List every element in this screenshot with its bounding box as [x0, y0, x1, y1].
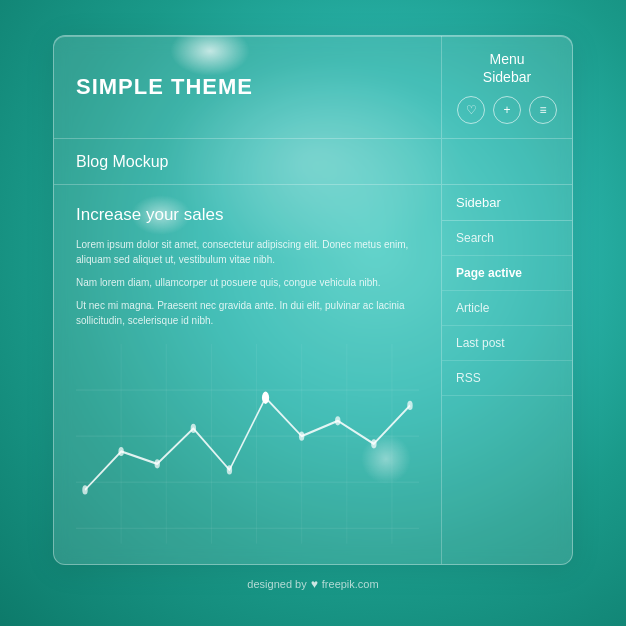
chart-svg — [76, 344, 419, 544]
sidebar-item-page-active[interactable]: Page active — [442, 256, 572, 291]
svg-point-15 — [227, 466, 232, 475]
header-menu-area: MenuSidebar ♡ + ≡ — [442, 36, 572, 138]
header-title-area: SIMPLE THEME — [54, 36, 442, 138]
svg-point-14 — [191, 424, 196, 433]
sidebar-item-rss[interactable]: RSS — [442, 361, 572, 396]
header-row: SIMPLE THEME MenuSidebar ♡ + ≡ — [54, 36, 572, 139]
subheader-sidebar-area — [442, 139, 572, 184]
footer-text: designed by — [247, 578, 306, 590]
main-content: Increase your sales Lorem ipsum dolor si… — [54, 185, 442, 564]
sidebar: Sidebar Search Page active Article Last … — [442, 185, 572, 564]
sidebar-heading: Sidebar — [442, 185, 572, 221]
footer-heart-icon: ♥ — [311, 577, 318, 591]
blog-label-area: Blog Mockup — [54, 139, 442, 184]
main-container: SIMPLE THEME MenuSidebar ♡ + ≡ Blog Mock… — [53, 35, 573, 565]
blog-label: Blog Mockup — [76, 153, 169, 171]
svg-point-13 — [155, 460, 160, 469]
svg-point-20 — [407, 401, 412, 410]
content-paragraph-3: Ut nec mi magna. Praesent nec gravida an… — [76, 298, 419, 328]
svg-point-12 — [118, 447, 123, 456]
svg-point-19 — [371, 440, 376, 449]
footer-watermark: designed by ♥ freepik.com — [247, 577, 378, 591]
svg-point-16 — [262, 392, 269, 404]
subheader-row: Blog Mockup — [54, 139, 572, 185]
plus-button[interactable]: + — [493, 96, 521, 124]
menu-button[interactable]: ≡ — [529, 96, 557, 124]
sidebar-item-last-post[interactable]: Last post — [442, 326, 572, 361]
menu-sidebar-label: MenuSidebar — [483, 50, 531, 86]
svg-point-17 — [299, 432, 304, 441]
site-title: SIMPLE THEME — [76, 74, 253, 100]
sidebar-item-article[interactable]: Article — [442, 291, 572, 326]
content-heading: Increase your sales — [76, 205, 419, 225]
sidebar-item-search[interactable]: Search — [442, 221, 572, 256]
glass-card: SIMPLE THEME MenuSidebar ♡ + ≡ Blog Mock… — [53, 35, 573, 565]
heart-button[interactable]: ♡ — [457, 96, 485, 124]
content-row: Increase your sales Lorem ipsum dolor si… — [54, 185, 572, 564]
menu-icons-row: ♡ + ≡ — [457, 96, 557, 124]
svg-point-11 — [82, 486, 87, 495]
svg-point-18 — [335, 417, 340, 426]
footer-brand: freepik.com — [322, 578, 379, 590]
content-paragraph-2: Nam lorem diam, ullamcorper ut posuere q… — [76, 275, 419, 290]
chart-area — [76, 344, 419, 544]
content-paragraph-1: Lorem ipsum dolor sit amet, consectetur … — [76, 237, 419, 267]
